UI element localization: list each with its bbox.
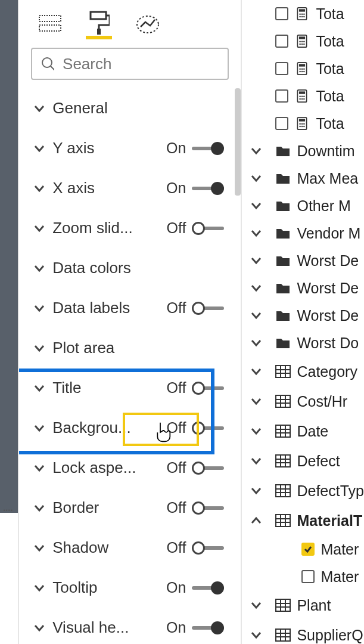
format-section-title[interactable]: Title Off [27, 368, 236, 408]
format-section-lock-aspe-[interactable]: Lock aspe... Off [27, 448, 236, 488]
table-item[interactable]: MaterialT [242, 506, 364, 535]
measure-item[interactable]: Tota [242, 55, 364, 82]
toggle-wrap: Off [161, 459, 224, 476]
chevron-down-icon [31, 384, 48, 392]
table-item[interactable]: Cost/Hr [242, 386, 364, 416]
format-panel: General Y axis On X axis On Zoom slid...… [18, 0, 242, 644]
field-checkbox[interactable] [301, 543, 315, 556]
toggle-wrap: On [161, 140, 224, 157]
format-section-y-axis[interactable]: Y axis On [27, 128, 236, 168]
format-section-x-axis[interactable]: X axis On [27, 168, 236, 208]
search-box[interactable] [31, 48, 229, 80]
search-input[interactable] [63, 55, 219, 73]
format-section-zoom-slid-[interactable]: Zoom slid... Off [27, 208, 236, 248]
toggle-wrap: Off [161, 299, 224, 317]
measure-item[interactable]: Tota [242, 0, 364, 27]
table-item[interactable]: DefectTyp [242, 476, 364, 506]
format-section-data-labels[interactable]: Data labels Off [27, 288, 236, 328]
analytics-tab[interactable] [135, 10, 161, 39]
table-item[interactable]: Date [242, 416, 364, 446]
fields-panel: Tota Tota Tota Tota Tota Downtim Max Mea… [242, 0, 364, 644]
svg-point-9 [300, 14, 301, 16]
field-label: Downtim [297, 143, 354, 160]
toggle-switch[interactable] [192, 541, 224, 555]
chevron-down-icon [248, 601, 265, 609]
format-section-backgrou-[interactable]: Backgrou... Off [27, 408, 236, 448]
cursor-pointer-icon [156, 421, 173, 442]
toggle-switch[interactable] [192, 182, 224, 195]
toggle-switch[interactable] [192, 142, 224, 155]
field-checkbox[interactable] [275, 117, 288, 130]
svg-rect-72 [276, 515, 290, 527]
svg-point-21 [301, 44, 303, 45]
toggle-state-label: Off [161, 379, 186, 397]
table-item[interactable]: Plant [242, 590, 364, 620]
folder-icon [275, 336, 291, 349]
folder-item[interactable]: Vendor M [242, 219, 364, 247]
toggle-switch[interactable] [192, 222, 224, 235]
svg-rect-47 [276, 366, 290, 377]
svg-point-20 [300, 44, 301, 45]
chevron-down-icon [248, 427, 265, 435]
folder-item[interactable]: Max Mea [242, 165, 364, 192]
table-item[interactable]: Defect [242, 446, 364, 476]
field-checkbox[interactable] [275, 89, 288, 103]
measure-item[interactable]: Tota [242, 82, 364, 110]
toggle-switch[interactable] [192, 501, 224, 515]
fields-tab[interactable] [37, 10, 63, 39]
format-section-border[interactable]: Border Off [27, 488, 236, 528]
folder-item[interactable]: Downtim [242, 137, 364, 165]
chevron-down-icon [248, 202, 265, 210]
folder-item[interactable]: Other M [242, 192, 364, 219]
field-label: Worst De [297, 307, 359, 324]
format-section-tooltip[interactable]: Tooltip On [27, 568, 236, 608]
toggle-switch[interactable] [192, 581, 224, 595]
measure-item[interactable]: Tota [242, 27, 364, 55]
folder-item[interactable]: Worst De [242, 274, 364, 302]
field-checkbox[interactable] [275, 35, 288, 48]
measure-item[interactable]: Tota [242, 110, 364, 137]
folder-icon [275, 172, 291, 185]
section-label: Plot area [52, 339, 142, 357]
format-tab[interactable] [86, 10, 112, 39]
calculator-icon [294, 35, 310, 48]
toggle-switch[interactable] [192, 382, 224, 395]
svg-rect-32 [299, 91, 305, 94]
folder-item[interactable]: Worst De [242, 302, 364, 329]
toggle-wrap: Off [161, 379, 224, 397]
folder-item[interactable]: Worst De [242, 247, 364, 274]
field-label: SupplierQ [297, 627, 363, 644]
svg-rect-77 [276, 599, 290, 611]
format-section-data-colors[interactable]: Data colors [27, 248, 236, 288]
toggle-switch[interactable] [192, 462, 224, 475]
folder-icon [275, 254, 291, 267]
table-item[interactable]: SupplierQ [242, 620, 364, 644]
field-checkbox[interactable] [301, 570, 315, 583]
format-section-shadow[interactable]: Shadow Off [27, 528, 236, 568]
section-label: Tooltip [52, 578, 142, 597]
svg-point-33 [300, 96, 301, 98]
format-section-general[interactable]: General [27, 88, 236, 128]
table-column-item[interactable]: Mater [242, 535, 364, 563]
toggle-switch[interactable] [192, 302, 224, 315]
svg-rect-3 [97, 29, 101, 35]
chevron-down-icon [31, 224, 48, 233]
chevron-down-icon [31, 184, 48, 193]
svg-point-37 [301, 98, 303, 100]
svg-point-22 [304, 44, 306, 45]
svg-point-34 [301, 96, 303, 98]
field-checkbox[interactable] [275, 7, 288, 20]
chevron-down-icon [248, 457, 265, 465]
table-item[interactable]: Category [242, 357, 364, 386]
format-section-visual-he-[interactable]: Visual he... On [27, 608, 236, 644]
toggle-switch[interactable] [192, 422, 224, 435]
folder-icon [275, 199, 291, 212]
format-section-plot-area[interactable]: Plot area [27, 328, 236, 368]
table-column-item[interactable]: Mater [242, 563, 364, 590]
toggle-switch[interactable] [192, 621, 224, 634]
svg-point-46 [304, 126, 306, 128]
chevron-down-icon [31, 264, 48, 273]
field-label: Cost/Hr [297, 393, 347, 410]
field-checkbox[interactable] [275, 62, 288, 75]
folder-item[interactable]: Worst Do [242, 329, 364, 357]
